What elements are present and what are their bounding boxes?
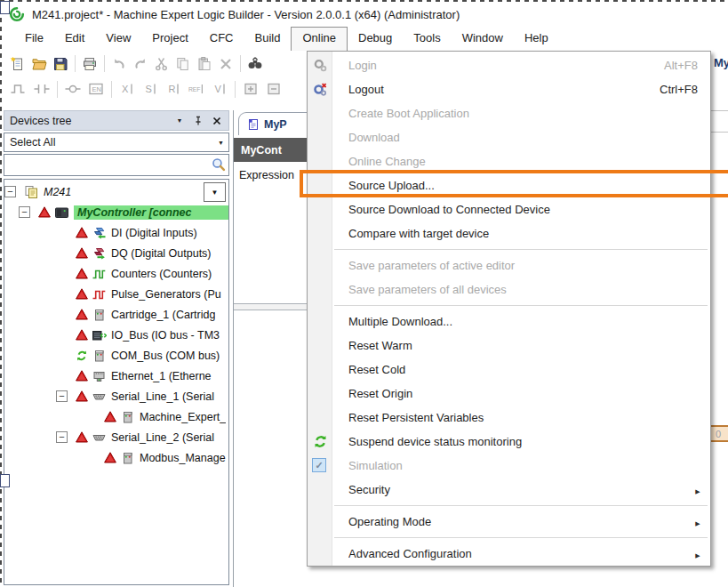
tree-toggle-icon[interactable] [56,390,68,402]
new-document-icon[interactable] [8,54,28,74]
menu-item-simulation[interactable]: Simulation [308,454,710,478]
warning-icon [76,288,88,300]
tree-item[interactable]: Serial_Line_2 (Serial [4,427,228,447]
panel-menu-chevron-icon[interactable] [172,113,188,128]
menubar-item-window[interactable]: Window [452,27,514,51]
digital-inputs-icon [92,226,107,240]
save-icon[interactable] [51,54,70,74]
editor-splitter[interactable] [234,303,308,310]
add-block-icon[interactable] [240,80,261,98]
en-block-icon[interactable]: EN [85,80,107,98]
negate-icon[interactable]: X [116,80,138,98]
tree-toggle-icon[interactable] [4,186,16,197]
tree-item-label: M241 [44,186,71,198]
menu-item-compare-with-target-device[interactable]: Compare with target device [308,221,710,245]
tree-item[interactable]: Cartridge_1 (Cartridg [4,304,228,325]
redo-icon[interactable] [131,54,150,74]
menu-item-download[interactable]: Download [308,125,710,149]
menu-item-reset-warm[interactable]: Reset Warm [308,334,710,358]
copy-icon[interactable] [173,54,193,74]
close-icon[interactable] [209,113,225,128]
menu-item-suspend-device-status-monitoring[interactable]: Suspend device status monitoring [308,430,710,454]
menu-item-label: Suspend device status monitoring [348,435,710,448]
ref-icon[interactable]: REF [186,80,207,98]
set-icon[interactable]: S [140,80,161,98]
open-folder-icon[interactable] [29,54,49,74]
menubar-item-debug[interactable]: Debug [348,27,403,51]
remove-block-icon[interactable] [263,80,284,98]
tree-item[interactable]: Ethernet_1 (Etherne [4,366,228,386]
tree-item[interactable]: DQ (Digital Outputs) [4,243,228,263]
menu-item-save-parameters-of-all-devices[interactable]: Save parameters of all devices [308,277,710,302]
menu-separator [334,534,708,542]
svg-text:S: S [146,84,152,94]
cut-icon[interactable] [152,54,172,74]
svg-text:EN: EN [92,85,101,93]
menubar-item-file[interactable]: File [14,27,54,51]
tree-item[interactable]: IO_Bus (IO bus - TM3 [4,325,228,345]
menu-item-source-download-to-connected-device[interactable]: Source Download to Connected Device [308,197,710,221]
undo-icon[interactable] [109,54,129,74]
reset-icon[interactable]: R [163,80,184,98]
tree-item[interactable]: M241 [4,181,228,202]
menu-item-create-boot-application[interactable]: Create Boot Application [308,101,710,125]
menu-item-multiple-download[interactable]: Multiple Download... [308,310,710,334]
search-icon[interactable] [211,157,226,174]
menu-item-reset-cold[interactable]: Reset Cold [308,358,710,382]
paste-icon[interactable] [195,54,214,74]
combo-dropdown-icon[interactable] [213,133,228,151]
menu-item-reset-persistent-variables[interactable]: Reset Persistent Variables [308,406,710,430]
search-input[interactable] [4,154,211,176]
find-icon[interactable] [245,54,265,74]
tab-mypou[interactable]: MyP [238,112,308,135]
tree-item[interactable]: Modbus_Manage [4,447,228,468]
tree-item[interactable]: DI (Digital Inputs) [4,222,228,243]
device-filter-value: Select All [4,136,213,149]
tree-item[interactable]: COM_Bus (COM bus) [4,345,228,366]
menu-item-reset-origin[interactable]: Reset Origin [308,382,710,406]
warning-icon [76,309,88,320]
print-icon[interactable] [80,54,100,74]
menubar-item-cfc[interactable]: CFC [199,27,244,51]
menubar-item-tools[interactable]: Tools [403,27,451,51]
tree-item[interactable]: Serial_Line_1 (Serial [4,386,228,406]
tree-item[interactable]: MyController [connec [4,202,228,222]
tree-toggle-icon[interactable] [19,206,30,218]
menu-item-save-parameters-of-active-editor[interactable]: Save parameters of active editor [308,253,710,277]
menu-item-logout[interactable]: LogoutCtrl+F8 [308,77,710,101]
toolbar-separator [240,55,241,72]
menu-item-advanced-configuration[interactable]: Advanced Configuration [308,542,710,566]
tree-item[interactable]: Pulse_Generators (Pu [4,284,228,304]
tree-item-label: Modbus_Manage [140,452,226,464]
tree-item-label: DI (Digital Inputs) [111,227,197,239]
devices-panel-title: Devices tree [10,115,169,127]
tree-dropdown-button[interactable] [204,182,226,202]
menu-item-login[interactable]: LoginAlt+F8 [308,53,710,77]
menubar-item-edit[interactable]: Edit [54,27,95,51]
contact-icon[interactable] [31,80,52,98]
menu-item-icon [312,337,328,353]
menubar-item-view[interactable]: View [95,27,141,51]
capture-handle [0,1,10,14]
menu-item-label: Reset Warm [348,339,710,352]
menu-item-operating-mode[interactable]: Operating Mode [308,510,710,534]
menu-item-label: Create Boot Application [348,107,710,120]
menubar-item-project[interactable]: Project [141,27,198,51]
menubar-item-help[interactable]: Help [514,27,559,51]
branch-icon[interactable]: V [209,80,230,98]
tree-item[interactable]: Counters (Counters) [4,263,228,284]
tree-toggle-icon[interactable] [56,431,68,443]
menubar-item-build[interactable]: Build [244,27,292,51]
coil-icon[interactable] [62,80,84,98]
menu-item-label: Advanced Configuration [348,547,691,560]
network-icon[interactable] [8,80,29,98]
delete-icon[interactable] [216,54,236,74]
tree-item[interactable]: Machine_Expert_ [4,406,228,427]
menu-item-security[interactable]: Security [308,478,710,502]
menubar-item-online[interactable]: Online [291,27,348,51]
capture-handle [0,474,10,487]
device-filter-combo[interactable]: Select All [4,133,229,152]
title-bar: M241.project* - Machine Expert Logic Bui… [0,2,728,27]
pin-icon[interactable] [190,113,206,128]
editor-right-sliver: My 0 [711,51,728,587]
